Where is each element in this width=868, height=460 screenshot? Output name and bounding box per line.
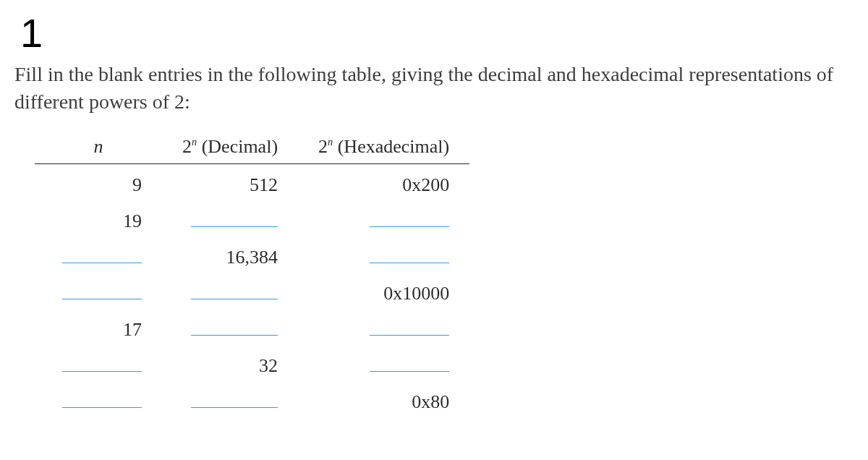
blank-field[interactable]: [191, 316, 278, 336]
problem-prompt: Fill in the blank entries in the followi…: [14, 61, 854, 116]
blank-field[interactable]: [62, 388, 142, 408]
col-header-dec: 2n (Decimal): [162, 132, 298, 164]
cell-dec[interactable]: [162, 200, 298, 237]
col-header-hex: 2n (Hexadecimal): [298, 132, 469, 164]
cell-n[interactable]: [35, 273, 162, 309]
blank-field[interactable]: [370, 244, 449, 263]
cell-hex[interactable]: [298, 309, 469, 345]
table-row: 32: [35, 345, 469, 381]
cell-dec: 32: [162, 345, 298, 381]
cell-n: 9: [35, 163, 162, 200]
blank-field[interactable]: [62, 352, 142, 372]
blank-field[interactable]: [370, 352, 449, 372]
cell-dec[interactable]: [162, 381, 298, 417]
cell-dec: 16,384: [162, 237, 298, 273]
cell-n[interactable]: [35, 381, 162, 417]
col-header-n: n: [35, 132, 162, 164]
page: 1 Fill in the blank entries in the follo…: [0, 0, 868, 460]
cell-hex: 0x10000: [298, 273, 469, 309]
blank-field[interactable]: [191, 280, 278, 299]
table-row: 0x80: [35, 381, 469, 417]
cell-dec[interactable]: [162, 273, 298, 309]
problem-number: 1: [20, 13, 854, 54]
table-row: 0x10000: [35, 273, 469, 309]
cell-n[interactable]: [35, 345, 162, 381]
cell-hex: 0x80: [298, 381, 469, 417]
cell-hex[interactable]: [298, 237, 469, 273]
table-row: 17: [35, 309, 469, 345]
cell-dec: 512: [162, 163, 298, 200]
table-header-row: n 2n (Decimal) 2n (Hexadecimal): [35, 132, 469, 164]
powers-of-two-table: n 2n (Decimal) 2n (Hexadecimal) 95120x20…: [35, 132, 469, 417]
cell-n: 19: [35, 200, 162, 237]
cell-hex[interactable]: [298, 200, 469, 237]
blank-field[interactable]: [62, 280, 142, 299]
table-row: 16,384: [35, 237, 469, 273]
blank-field[interactable]: [191, 388, 278, 408]
table-row: 95120x200: [35, 163, 469, 200]
cell-hex[interactable]: [298, 345, 469, 381]
cell-n[interactable]: [35, 237, 162, 273]
blank-field[interactable]: [62, 244, 142, 263]
cell-n: 17: [35, 309, 162, 345]
table-body: 95120x2001916,3840x1000017320x80: [35, 163, 469, 417]
cell-hex: 0x200: [298, 163, 469, 200]
cell-dec[interactable]: [162, 309, 298, 345]
blank-field[interactable]: [370, 316, 449, 336]
blank-field[interactable]: [370, 208, 449, 227]
blank-field[interactable]: [191, 208, 278, 227]
table-row: 19: [35, 200, 469, 237]
